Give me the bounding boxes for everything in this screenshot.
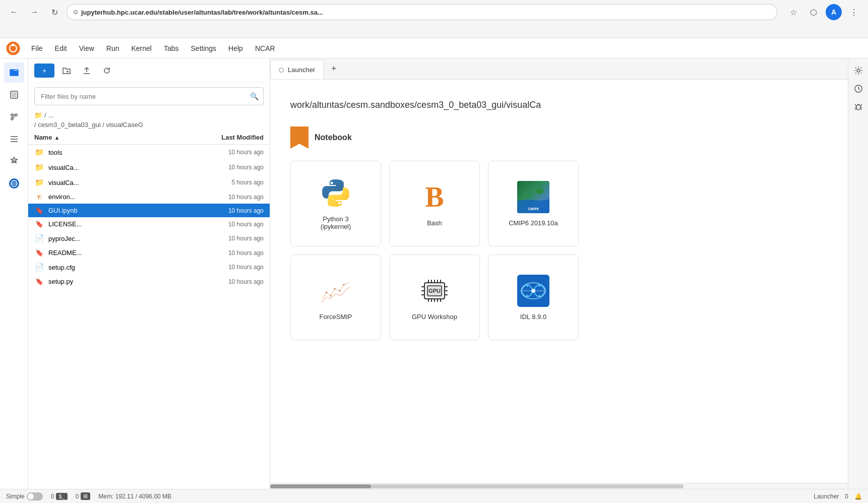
file-modified: 10 hours ago (198, 221, 264, 228)
menu-button[interactable]: ⋮ (846, 4, 862, 20)
new-file-button[interactable]: + (34, 64, 54, 78)
status-mode: Simple (6, 492, 43, 500)
breadcrumb-ellipsis[interactable]: ... (48, 111, 54, 119)
menu-run[interactable]: Run (101, 42, 125, 54)
file-item[interactable]: 📄 setup.cfg 10 hours ago (28, 260, 270, 275)
svg-text:CMIP6: CMIP6 (528, 207, 539, 211)
kernel-card-cmip6[interactable]: CMIP6 CMIP6 2019.10a (488, 161, 579, 246)
file-item[interactable]: 📁 visualCa... 10 hours ago (28, 160, 270, 175)
refresh-button[interactable] (99, 62, 115, 79)
breadcrumb-root[interactable]: / (44, 111, 46, 119)
clock-button[interactable] (850, 81, 866, 97)
notebook-icon: 🔖 (34, 207, 44, 214)
python3-icon (320, 177, 352, 209)
settings-gear-button[interactable] (850, 62, 866, 79)
file-item[interactable]: 📁 tools 10 hours ago (28, 145, 270, 160)
kernel-card-gpu[interactable]: GPU (389, 255, 480, 340)
col-modified-header[interactable]: Last Modified (198, 134, 264, 141)
svg-point-10 (11, 118, 13, 120)
file-item[interactable]: Y: environ... 10 hours ago (28, 190, 270, 204)
back-button[interactable]: ← (6, 4, 22, 20)
breadcrumb-path: / cesm3_0_beta03_gui / visualCaseG (28, 121, 270, 131)
svg-point-26 (536, 188, 544, 194)
scrollbar-thumb[interactable] (270, 484, 371, 488)
status-right: Launcher 0 🔔 (814, 493, 862, 500)
sidebar-visualcasegl-button[interactable] (4, 173, 24, 194)
bug-button[interactable] (850, 99, 866, 115)
status-right-label: Launcher (814, 493, 839, 500)
menu-file[interactable]: File (26, 42, 48, 54)
svg-point-61 (857, 69, 860, 72)
kernel-label: CMIP6 2019.10a (509, 219, 558, 227)
menu-ncar[interactable]: NCAR (250, 42, 280, 54)
menu-kernel[interactable]: Kernel (126, 42, 156, 54)
sidebar-running-button[interactable] (4, 85, 24, 105)
menu-edit[interactable]: Edit (50, 42, 72, 54)
plus-icon: + (42, 67, 46, 75)
notebook-icon: 🔖 (34, 278, 44, 285)
file-item-selected[interactable]: 🔖 GUI.ipynb 10 hours ago (28, 204, 270, 217)
kernel-card-idl[interactable]: IDL 8.9.0 (488, 255, 579, 340)
counter1-value: 0 (51, 493, 54, 500)
right-settings-sidebar (848, 58, 868, 489)
kernel-label: Bash (427, 219, 442, 227)
breadcrumb: 📁 / ... (28, 109, 270, 121)
svg-line-64 (858, 89, 860, 90)
search-input[interactable] (34, 87, 264, 105)
kernel-label: ForceSMIP (319, 313, 352, 321)
file-item[interactable]: 📄 pyproJec... 10 hours ago (28, 231, 270, 246)
menu-tabs[interactable]: Tabs (159, 42, 184, 54)
extensions-button[interactable]: ⬡ (805, 4, 822, 20)
svg-point-65 (856, 105, 860, 110)
sidebar-extensions-button[interactable] (4, 151, 24, 171)
file-item[interactable]: 🔖 setup.py 10 hours ago (28, 275, 270, 288)
forward-button[interactable]: → (26, 4, 42, 20)
sidebar-files-button[interactable] (4, 62, 24, 83)
status-mode-label: Simple (6, 493, 25, 500)
horizontal-scrollbar[interactable] (270, 483, 848, 489)
app-logo (6, 41, 20, 55)
simple-mode-toggle[interactable] (27, 492, 43, 500)
menu-bar: File Edit View Run Kernel Tabs Settings … (0, 38, 868, 58)
file-item[interactable]: 🔖 README... 10 hours ago (28, 246, 270, 260)
notebook-section-icon (290, 127, 308, 149)
bookmark-button[interactable]: ☆ (785, 4, 801, 20)
file-item[interactable]: 📁 visualCa... 5 hours ago (28, 175, 270, 190)
tab-launcher[interactable]: ⬡ Launcher (270, 60, 324, 79)
file-name: LICENSE... (48, 220, 198, 228)
bell-icon[interactable]: 🔔 (854, 493, 862, 500)
svg-line-13 (13, 116, 15, 118)
file-name: environ... (48, 193, 198, 201)
kernel-card-bash[interactable]: B Bash (389, 161, 480, 246)
col-name-header[interactable]: Name ▲ (34, 134, 198, 141)
svg-point-29 (326, 291, 328, 293)
menu-view[interactable]: View (74, 42, 99, 54)
sidebar-git-button[interactable] (4, 107, 24, 127)
svg-point-2 (12, 43, 15, 46)
address-bar[interactable]: ⊙ jupyterhub.hpc.ucar.edu/stable/user/al… (67, 4, 777, 20)
new-folder-button[interactable] (58, 62, 75, 79)
sidebar-toc-button[interactable] (4, 129, 24, 149)
svg-text:GPU: GPU (428, 288, 441, 294)
kernel-card-python3[interactable]: Python 3(ipykernel) (290, 161, 381, 246)
profile-avatar[interactable]: A (826, 4, 842, 20)
kernel-card-forcesmip[interactable]: ForceSMIP (290, 255, 381, 340)
breadcrumb-folder-icon: 📁 (34, 111, 42, 119)
add-tab-button[interactable]: + (326, 61, 342, 77)
file-panel-toolbar: + (28, 58, 270, 83)
reload-button[interactable]: ↻ (46, 4, 63, 20)
file-name: setup.cfg (48, 264, 198, 271)
file-item[interactable]: 🔖 LICENSE... 10 hours ago (28, 217, 270, 231)
upload-button[interactable] (79, 62, 95, 79)
bell-count: 0 (845, 493, 848, 500)
file-modified: 10 hours ago (198, 164, 264, 171)
menu-help[interactable]: Help (223, 42, 248, 54)
yaml-icon: Y: (34, 194, 44, 200)
kernels-grid: Python 3(ipykernel) B Bash (290, 161, 828, 340)
browser-chrome: ← → ↻ ⊙ jupyterhub.hpc.ucar.edu/stable/u… (0, 0, 868, 38)
file-name: pyproJec... (48, 235, 198, 242)
menu-settings[interactable]: Settings (186, 42, 222, 54)
file-panel: + (28, 58, 270, 489)
svg-point-56 (531, 289, 535, 293)
svg-point-25 (522, 191, 532, 199)
